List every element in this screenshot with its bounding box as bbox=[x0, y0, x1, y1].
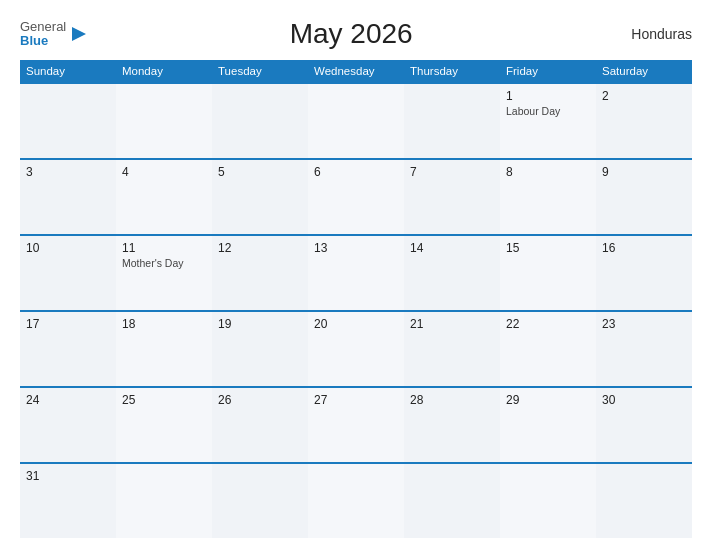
day-cell bbox=[20, 84, 116, 158]
day-number: 4 bbox=[122, 165, 206, 179]
logo-blue: Blue bbox=[20, 34, 66, 48]
country-label: Honduras bbox=[612, 26, 692, 42]
calendar-title: May 2026 bbox=[90, 18, 612, 50]
day-cell: 8 bbox=[500, 160, 596, 234]
page-header: General Blue May 2026 Honduras bbox=[20, 18, 692, 50]
day-number: 24 bbox=[26, 393, 110, 407]
day-number: 12 bbox=[218, 241, 302, 255]
day-cell: 25 bbox=[116, 388, 212, 462]
day-number: 19 bbox=[218, 317, 302, 331]
header-sunday: Sunday bbox=[20, 60, 116, 82]
day-cell bbox=[308, 464, 404, 538]
day-cell: 30 bbox=[596, 388, 692, 462]
day-number: 28 bbox=[410, 393, 494, 407]
logo-text: General Blue bbox=[20, 20, 66, 49]
calendar-week-6: 31 bbox=[20, 462, 692, 538]
logo-general: General bbox=[20, 20, 66, 34]
header-wednesday: Wednesday bbox=[308, 60, 404, 82]
day-event-label: Labour Day bbox=[506, 105, 590, 117]
day-cell: 12 bbox=[212, 236, 308, 310]
day-number: 13 bbox=[314, 241, 398, 255]
day-cell: 7 bbox=[404, 160, 500, 234]
header-thursday: Thursday bbox=[404, 60, 500, 82]
day-cell: 26 bbox=[212, 388, 308, 462]
day-cell bbox=[212, 84, 308, 158]
header-friday: Friday bbox=[500, 60, 596, 82]
calendar-header-row: Sunday Monday Tuesday Wednesday Thursday… bbox=[20, 60, 692, 82]
day-number: 1 bbox=[506, 89, 590, 103]
header-monday: Monday bbox=[116, 60, 212, 82]
day-number: 23 bbox=[602, 317, 686, 331]
day-cell: 23 bbox=[596, 312, 692, 386]
header-tuesday: Tuesday bbox=[212, 60, 308, 82]
calendar: Sunday Monday Tuesday Wednesday Thursday… bbox=[20, 60, 692, 538]
day-number: 25 bbox=[122, 393, 206, 407]
day-number: 18 bbox=[122, 317, 206, 331]
day-cell: 2 bbox=[596, 84, 692, 158]
day-cell: 5 bbox=[212, 160, 308, 234]
day-cell: 21 bbox=[404, 312, 500, 386]
day-cell: 9 bbox=[596, 160, 692, 234]
calendar-week-3: 1011Mother's Day1213141516 bbox=[20, 234, 692, 310]
day-number: 17 bbox=[26, 317, 110, 331]
day-number: 11 bbox=[122, 241, 206, 255]
header-saturday: Saturday bbox=[596, 60, 692, 82]
day-cell: 31 bbox=[20, 464, 116, 538]
day-cell: 22 bbox=[500, 312, 596, 386]
day-number: 16 bbox=[602, 241, 686, 255]
calendar-body: 1Labour Day234567891011Mother's Day12131… bbox=[20, 82, 692, 538]
day-cell bbox=[404, 84, 500, 158]
day-cell: 24 bbox=[20, 388, 116, 462]
day-number: 5 bbox=[218, 165, 302, 179]
day-cell: 19 bbox=[212, 312, 308, 386]
day-number: 15 bbox=[506, 241, 590, 255]
day-number: 8 bbox=[506, 165, 590, 179]
calendar-week-5: 24252627282930 bbox=[20, 386, 692, 462]
calendar-week-2: 3456789 bbox=[20, 158, 692, 234]
calendar-week-1: 1Labour Day2 bbox=[20, 82, 692, 158]
day-number: 29 bbox=[506, 393, 590, 407]
day-cell bbox=[212, 464, 308, 538]
day-number: 22 bbox=[506, 317, 590, 331]
calendar-week-4: 17181920212223 bbox=[20, 310, 692, 386]
day-cell: 17 bbox=[20, 312, 116, 386]
day-cell: 4 bbox=[116, 160, 212, 234]
day-number: 14 bbox=[410, 241, 494, 255]
day-number: 3 bbox=[26, 165, 110, 179]
day-cell: 18 bbox=[116, 312, 212, 386]
day-cell bbox=[116, 84, 212, 158]
day-cell: 11Mother's Day bbox=[116, 236, 212, 310]
day-cell bbox=[500, 464, 596, 538]
day-cell bbox=[116, 464, 212, 538]
day-number: 26 bbox=[218, 393, 302, 407]
logo-flag-icon bbox=[68, 23, 90, 45]
day-cell: 27 bbox=[308, 388, 404, 462]
day-cell: 10 bbox=[20, 236, 116, 310]
day-number: 7 bbox=[410, 165, 494, 179]
day-cell: 16 bbox=[596, 236, 692, 310]
day-cell: 20 bbox=[308, 312, 404, 386]
day-cell: 28 bbox=[404, 388, 500, 462]
day-cell: 6 bbox=[308, 160, 404, 234]
day-number: 2 bbox=[602, 89, 686, 103]
day-cell bbox=[308, 84, 404, 158]
day-cell: 29 bbox=[500, 388, 596, 462]
day-cell: 14 bbox=[404, 236, 500, 310]
logo: General Blue bbox=[20, 20, 90, 49]
day-number: 10 bbox=[26, 241, 110, 255]
day-cell: 13 bbox=[308, 236, 404, 310]
day-number: 31 bbox=[26, 469, 110, 483]
day-cell: 1Labour Day bbox=[500, 84, 596, 158]
day-number: 9 bbox=[602, 165, 686, 179]
day-number: 27 bbox=[314, 393, 398, 407]
day-cell bbox=[404, 464, 500, 538]
day-number: 21 bbox=[410, 317, 494, 331]
day-number: 30 bbox=[602, 393, 686, 407]
svg-marker-0 bbox=[72, 27, 86, 41]
calendar-page: General Blue May 2026 Honduras Sunday Mo… bbox=[0, 0, 712, 550]
day-event-label: Mother's Day bbox=[122, 257, 206, 269]
day-number: 20 bbox=[314, 317, 398, 331]
day-cell bbox=[596, 464, 692, 538]
day-cell: 15 bbox=[500, 236, 596, 310]
day-cell: 3 bbox=[20, 160, 116, 234]
